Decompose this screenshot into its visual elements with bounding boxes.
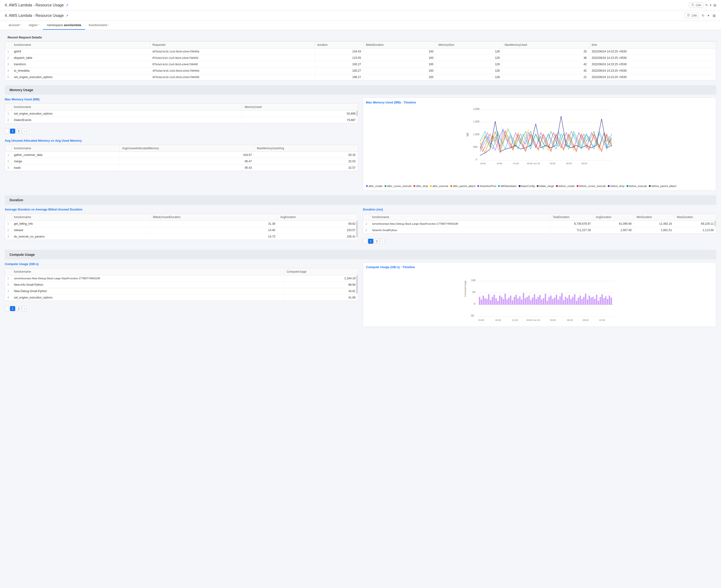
svg-rect-36 [495, 298, 497, 305]
svg-rect-73 [563, 300, 564, 305]
header-time-button[interactable]: ⏱ -24h [685, 13, 699, 18]
table-row: 3 New-Debug-Small-Python 43.61 [5, 288, 358, 294]
legend-dot [477, 185, 479, 187]
header-refresh-icon[interactable]: ↻ [701, 13, 705, 18]
svg-rect-74 [565, 297, 566, 305]
table-row: 2 dispatch_table ff75cfa3-fe16-11e5-9b16… [5, 55, 716, 61]
dur-page-1-btn[interactable]: 1 [368, 239, 373, 244]
col-max-mem-avg: MaxMemoryUsedAvg [254, 145, 358, 152]
table-row: 2 release 14.40 103.57 [5, 227, 358, 233]
legend-dot [498, 185, 500, 187]
svg-rect-27 [479, 297, 480, 305]
svg-rect-59 [537, 297, 539, 305]
browser-top-bar: 4. AWS Lambda - Resource Usage ↗ ⏱ -24h … [0, 0, 721, 10]
legend-after-parent-attach: after_parent_attach [450, 185, 476, 187]
tab-functionname[interactable]: functionname * [85, 21, 113, 30]
svg-rect-75 [567, 298, 568, 305]
svg-rect-49 [519, 296, 521, 305]
svg-rect-45 [512, 300, 513, 305]
svg-rect-61 [541, 299, 543, 305]
col-time: time [589, 42, 716, 48]
top-bar-time-badge[interactable]: ⏱ -24h [689, 2, 703, 8]
memory-left-panel: Max Memory Used (MB) functionname Memory… [5, 98, 358, 191]
tab-functionname-asterisk: * [108, 24, 109, 26]
header-filter-icon[interactable]: ▤ [712, 13, 716, 18]
table-row: 3 loads 95.43 32.57 [5, 165, 358, 171]
legend-awslambda1: AWSIambda1 [498, 185, 517, 187]
legend-dot [414, 185, 415, 187]
svg-rect-86 [587, 299, 588, 305]
svg-rect-28 [481, 299, 482, 305]
col-rn4 [363, 214, 369, 221]
comp-page-1-btn[interactable]: 1 [10, 306, 15, 311]
tab-namespace-value: aws/lambda [64, 23, 81, 27]
tab-namespace[interactable]: namespace aws/lambda [43, 21, 85, 30]
svg-text:06:00: 06:00 [567, 319, 573, 321]
col-avg-dur: AvgDuration [278, 214, 358, 221]
tab-account[interactable]: account * [5, 21, 25, 30]
svg-rect-66 [550, 296, 552, 305]
dur-page-2-btn[interactable]: 2 [374, 239, 379, 244]
memory-usage-section-block: Memory Usage [5, 85, 716, 95]
header-external-link-icon[interactable]: ↗ [65, 14, 68, 18]
max-memory-pagination: ‹ 1 2 › [5, 127, 358, 135]
col-rownum [5, 42, 12, 48]
memory-timeline-title: Max Memory Used (MB) - Timeline [366, 101, 713, 104]
duration-ms-table: functionname TotalDuration AvgDuration M… [363, 214, 716, 233]
svg-text:15:00: 15:00 [478, 319, 484, 321]
top-bar-chevron-icon[interactable]: ▾ [710, 3, 712, 7]
table-row: 2 merge 95.47 32.53 [5, 158, 358, 165]
svg-text:MB: MB [466, 133, 469, 136]
top-bar-filter-icon[interactable]: ▤ [714, 3, 716, 7]
header-title: 4. AWS Lambda - Resource Usage ↗ [5, 14, 68, 18]
svg-rect-55 [530, 300, 532, 305]
col-fn: functionname [12, 104, 242, 110]
col-fn5: functionname [12, 268, 284, 275]
svg-rect-34 [492, 297, 493, 305]
next-page-btn[interactable]: › [22, 129, 26, 133]
col-min-dur: MinDuration [634, 214, 675, 221]
svg-rect-99 [610, 298, 612, 305]
legend-before-parent-attach: before_parent_attach [649, 185, 676, 187]
col-billed-duration: BilledDuration [364, 42, 436, 48]
table-row: 1 gather_customer_data 418.67 93.33 [5, 152, 358, 158]
svg-rect-83 [581, 299, 583, 305]
svg-rect-37 [497, 301, 499, 305]
svg-rect-38 [499, 296, 501, 305]
svg-rect-88 [590, 298, 592, 305]
header-controls: ⏱ -24h ↻ ▾ ▤ [685, 13, 716, 18]
header-chevron-icon[interactable]: ▾ [707, 13, 710, 18]
comp-prev-btn[interactable]: ‹ [5, 306, 9, 311]
avg-unused-subsection: Avg Unused Allocated Memory vs Avg Used … [5, 139, 358, 171]
page-1-btn[interactable]: 1 [10, 129, 15, 133]
dur-prev-btn[interactable]: ‹ [363, 239, 367, 244]
tab-region[interactable]: region * [25, 21, 43, 30]
clock-icon: ⏱ [691, 3, 694, 7]
col-compute: ComputeUsage [284, 268, 358, 275]
dur-next-btn[interactable]: › [380, 239, 384, 244]
memory-right-panel: Max Memory Used (MB) - Timeline 2,000 1,… [363, 98, 716, 191]
svg-text:09:00: 09:00 [581, 162, 587, 165]
svg-text:09:00: 09:00 [583, 319, 589, 321]
table-row: 1 set_engine_execution_options 92,899 [5, 110, 358, 117]
svg-text:500: 500 [473, 145, 478, 148]
svg-text:03:00: 03:00 [550, 319, 556, 321]
page-2-btn[interactable]: 2 [16, 129, 21, 133]
top-bar-refresh-icon[interactable]: ↻ [705, 3, 708, 7]
comp-page-2-btn[interactable]: 2 [16, 306, 21, 311]
col-memory-size: MemorySize [436, 42, 502, 48]
scrollbar [715, 221, 716, 226]
top-bar-external-link-icon[interactable]: ↗ [65, 3, 68, 7]
prev-page-btn[interactable]: ‹ [5, 129, 9, 133]
svg-rect-80 [576, 301, 577, 305]
table-row: 1 serverlessrepo-New-Debug-Slack-Large-S… [363, 221, 716, 227]
table-row: 3 do_execute_no_params 14.73 106.41 [5, 233, 358, 240]
table-row: 2 DialectEvents 79,887 [5, 117, 358, 123]
svg-rect-85 [585, 294, 586, 305]
legend-before-execute: before_execute [626, 185, 647, 187]
comp-next-btn[interactable]: › [22, 306, 26, 311]
compute-label: Compute Usage [5, 251, 716, 258]
svg-rect-69 [556, 295, 557, 305]
svg-text:00:00 Jun 24: 00:00 Jun 24 [526, 319, 540, 321]
legend-dot [366, 185, 368, 187]
